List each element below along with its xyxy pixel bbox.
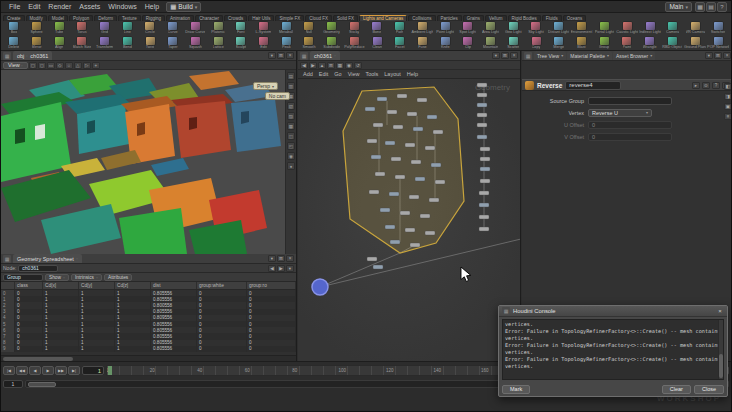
param-u-offset-input[interactable]: 0 (588, 121, 672, 129)
network-node-38[interactable] (477, 93, 487, 97)
shelf-tool-bend[interactable]: Bend (117, 36, 139, 49)
network-node-31[interactable] (405, 228, 415, 232)
shelf-tool-subdivide[interactable]: Subdivide (321, 36, 343, 49)
viewport-pane-menu-icon-2[interactable]: × (286, 52, 294, 59)
current-frame-field[interactable]: 1 (82, 366, 104, 375)
shelf-tool-sphere[interactable]: Sphere (26, 21, 48, 34)
shelf-tool-vr-camera[interactable]: VR Camera (685, 21, 707, 34)
netmenu-edit[interactable]: Edit (316, 71, 331, 77)
network-node-41[interactable] (477, 123, 487, 127)
column-header-cd-y[interactable]: Cd[y] (79, 282, 115, 289)
network-node-1[interactable] (397, 94, 407, 98)
network-node-22[interactable] (435, 180, 445, 184)
viewport-tool-icon-0[interactable]: ▢ (29, 62, 37, 69)
viewport-display-icon-6[interactable]: ◫ (287, 132, 295, 140)
shelf-tool-group[interactable]: Group (593, 36, 615, 49)
viewport-display-icon-4[interactable]: ▨ (287, 112, 295, 120)
shelf-tool-delete[interactable]: Delete (3, 36, 25, 49)
viewport-canvas[interactable]: Persp ▾ No cam ▤▥▦▧▨▩◫◰◉● (1, 70, 296, 254)
group-filter-field[interactable]: Group (3, 274, 43, 281)
network-node-20[interactable] (395, 175, 405, 179)
transport-button-3[interactable]: ▶ (42, 366, 54, 375)
close-icon[interactable]: × (716, 307, 724, 315)
network-toolbar-icon-1[interactable]: ▶ (309, 62, 317, 69)
shelf-tool-align[interactable]: Align (48, 36, 70, 49)
viewport-display-icon-9[interactable]: ● (287, 162, 295, 170)
node-name-field[interactable]: reverse4 (565, 81, 621, 90)
spreadsheet-pane-menu-icon-1[interactable]: ⊞ (277, 255, 285, 262)
attributes-button[interactable]: Attributes (104, 274, 132, 281)
shelf-tool-box[interactable]: Box (3, 21, 25, 34)
shelf-tool-clip[interactable]: Clip (457, 36, 479, 49)
spreadsheet-nav-icon-1[interactable]: ▶ (277, 265, 285, 272)
viewport-display-icon-8[interactable]: ◉ (287, 152, 295, 160)
houdini-console-window[interactable]: ▦ Houdini Console × vertices.Error: Fail… (498, 305, 728, 397)
netmenu-view[interactable]: View (345, 71, 363, 77)
shelf-tool-pop-network[interactable]: POP Network (707, 36, 729, 49)
viewport-tool-icon-5[interactable]: △ (74, 62, 82, 69)
network-node-19[interactable] (375, 172, 385, 176)
shelf-tool-mountain[interactable]: Mountain (480, 36, 502, 49)
network-pane-menu-icon-1[interactable]: ⊞ (501, 52, 509, 59)
shelf-tool-blast[interactable]: Blast (571, 36, 593, 49)
shelf-tool-torus[interactable]: Torus (71, 21, 93, 34)
shelf-tool-mirror[interactable]: Mirror (26, 36, 48, 49)
netmenu-add[interactable]: Add (300, 71, 316, 77)
menubar-icon-0[interactable]: ▦ (695, 2, 705, 12)
shelf-tool-tube[interactable]: Tube (48, 21, 70, 34)
menu-edit[interactable]: Edit (24, 3, 44, 10)
shelf-tool-scatter[interactable]: Scatter (502, 36, 524, 49)
close-button[interactable]: Close (694, 385, 724, 394)
pane-type-icon[interactable]: ▦ (3, 52, 11, 60)
shelf-tool-polyreduce[interactable]: PolyReduce (344, 36, 366, 49)
shelf-tool-transform[interactable]: Transform (94, 36, 116, 49)
network-pane-menu-icon-2[interactable]: × (510, 52, 518, 59)
console-body[interactable]: vertices.Error: Failure in TopologyRefin… (502, 319, 724, 380)
shelf-tool-indirect-light[interactable]: Indirect Light (639, 21, 661, 34)
shelf-tool-paint[interactable]: Paint (616, 36, 638, 49)
take-selector[interactable]: Main ▾ (665, 2, 692, 12)
viewport-pane-menu-icon-1[interactable]: ⊞ (277, 52, 285, 59)
pane-tab-asset-browser[interactable]: Asset Browser▾ (613, 51, 655, 60)
desktop-selector[interactable]: ▦ Build ▾ (166, 2, 201, 12)
network-node-4[interactable] (387, 110, 397, 114)
menubar-icon-2[interactable]: ? (717, 2, 727, 12)
viewport-display-icon-7[interactable]: ◰ (287, 142, 295, 150)
transport-button-0[interactable]: |◀ (3, 366, 15, 375)
network-node-23[interactable] (369, 190, 379, 194)
network-node-27[interactable] (380, 208, 390, 212)
show-filter-button[interactable]: Show ▾ (45, 274, 69, 281)
shelf-tool-wrangle[interactable]: Wrangle (639, 36, 661, 49)
network-node-26[interactable] (429, 198, 439, 202)
shelf-tool-clean[interactable]: Clean (366, 36, 388, 49)
network-node-11[interactable] (367, 139, 377, 143)
shelf-tool-ambient-light[interactable]: Ambient Light (411, 21, 433, 34)
column-header-dist[interactable]: dist (151, 282, 197, 289)
console-titlebar[interactable]: ▦ Houdini Console × (499, 306, 727, 317)
network-node-7[interactable] (373, 123, 383, 127)
shelf-tool-copy[interactable]: Copy (525, 36, 547, 49)
shelf-tool-sky-light[interactable]: Sky Light (525, 21, 547, 34)
null-node[interactable] (312, 279, 328, 295)
shelf-tool-squash[interactable]: Squash (185, 36, 207, 49)
param-vertex-select[interactable]: Reverse U▾ (588, 109, 652, 117)
spreadsheet-body[interactable]: 001110.80555600101110.80555600201110.800… (1, 290, 296, 355)
network-canvas[interactable]: Geometry (298, 79, 520, 361)
spreadsheet-hscrollbar[interactable] (1, 355, 296, 361)
console-scrollbar[interactable] (718, 320, 723, 379)
shelf-tool-spot-light[interactable]: Spot Light (457, 21, 479, 34)
range-start-field[interactable]: 1 (3, 380, 23, 388)
network-node-29[interactable] (420, 214, 430, 218)
network-toolbar-icon-6[interactable]: ↺ (354, 62, 362, 69)
menubar-icon-1[interactable]: ▤ (706, 2, 716, 12)
viewport-tool-icon-2[interactable]: ▭ (47, 62, 55, 69)
parameter-header-icon-2[interactable]: ? (712, 82, 720, 89)
network-node-17[interactable] (411, 160, 421, 164)
network-node-30[interactable] (385, 225, 395, 229)
pane-edge-icon-2[interactable]: ▣ (724, 103, 732, 110)
viewport-display-icon-1[interactable]: ▥ (287, 82, 295, 90)
shelf-tool-point-light[interactable]: Point Light (434, 21, 456, 34)
spreadsheet-nav-icon-2[interactable]: ▾ (286, 265, 294, 272)
shelf-tool-peak[interactable]: Peak (275, 36, 297, 49)
shelf-tool-fuse[interactable]: Fuse (412, 36, 434, 49)
